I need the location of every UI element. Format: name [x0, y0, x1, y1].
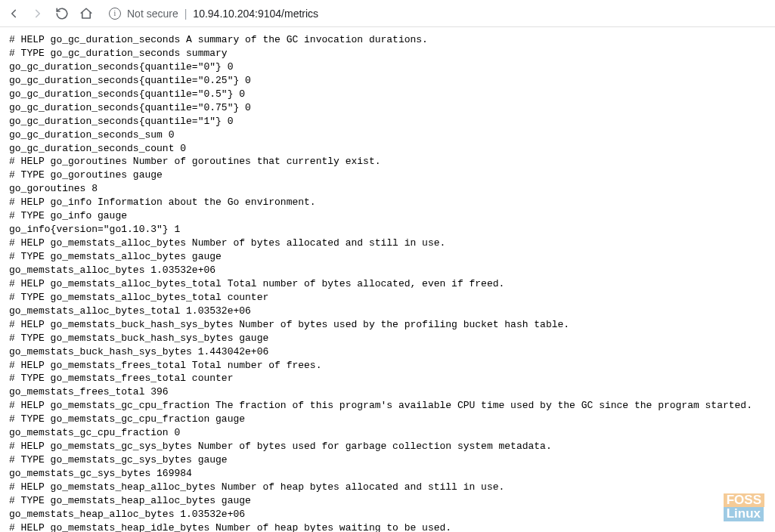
site-info-icon[interactable]: i: [109, 8, 121, 20]
address-bar[interactable]: i Not secure | 10.94.10.204:9104/metrics: [103, 8, 769, 20]
address-divider: |: [184, 8, 188, 20]
url-text: 10.94.10.204:9104/metrics: [193, 8, 318, 20]
metrics-content: # HELP go_gc_duration_seconds A summary …: [0, 27, 775, 532]
security-status: Not secure: [127, 8, 178, 20]
forward-button[interactable]: [30, 6, 45, 21]
home-button[interactable]: [79, 6, 94, 21]
watermark-line2: Linux: [724, 507, 764, 521]
back-button[interactable]: [6, 6, 21, 21]
browser-toolbar: i Not secure | 10.94.10.204:9104/metrics: [0, 0, 775, 27]
watermark-line1: FOSS: [724, 493, 764, 508]
watermark: FOSS Linux: [724, 493, 764, 521]
reload-button[interactable]: [54, 6, 70, 21]
